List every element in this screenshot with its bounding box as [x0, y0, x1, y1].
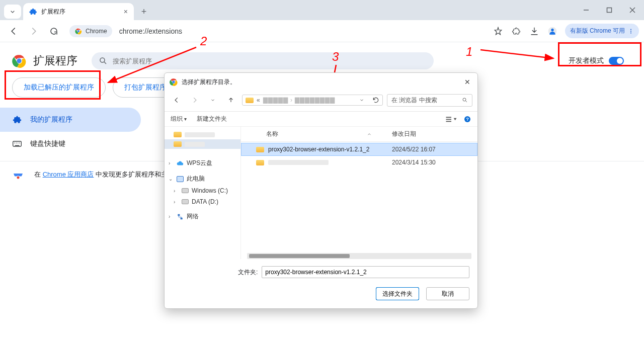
tab-title: 扩展程序: [41, 8, 120, 16]
tab-dropdown[interactable]: [4, 5, 21, 19]
col-date[interactable]: 修改日期: [392, 130, 472, 138]
dialog-search-box[interactable]: 在 浏览器 中搜索: [387, 94, 472, 107]
tree-item[interactable]: [165, 130, 240, 139]
webstore-prefix: 在: [34, 171, 43, 178]
window-close[interactable]: [621, 0, 644, 20]
sort-indicator-icon: [367, 132, 372, 137]
newfolder-button[interactable]: 新建文件夹: [197, 115, 227, 123]
side-list: 我的扩展程序 键盘快捷键: [0, 103, 141, 161]
tree-item-wps[interactable]: ›WPS云盘: [165, 157, 240, 169]
update-label: 有新版 Chrome 可用: [570, 27, 625, 35]
svg-line-14: [104, 62, 106, 64]
file-list: 名称 修改日期 proxy302-browser-extension-v1.2.…: [241, 127, 477, 259]
view-mode-icon[interactable]: [445, 116, 457, 123]
search-input[interactable]: [113, 57, 427, 65]
dialog-search-placeholder: 在 浏览器 中搜索: [391, 96, 437, 105]
folder-label: 文件夹:: [238, 268, 258, 277]
tab-close-icon[interactable]: ×: [124, 8, 128, 16]
list-row-selected[interactable]: proxy302-browser-extension-v1.2.1_2 2024…: [241, 143, 477, 156]
update-chip[interactable]: 有新版 Chrome 可用: [565, 24, 639, 38]
profile-icon[interactable]: [544, 23, 561, 40]
svg-point-8: [630, 29, 631, 30]
extensions-icon[interactable]: [508, 23, 525, 40]
svg-rect-29: [446, 119, 452, 120]
chevron-down-icon[interactable]: [359, 98, 364, 103]
dialog-bottom: 文件夹: 选择文件夹 取消: [165, 259, 477, 308]
refresh-icon[interactable]: [372, 97, 379, 104]
dialog-path-bar[interactable]: « ▇▇▇▇▇ › ▇▇▇▇▇▇▇▇: [242, 95, 383, 106]
window-minimize[interactable]: [575, 0, 598, 20]
svg-point-26: [463, 98, 466, 101]
sidebar-item-shortcuts[interactable]: 键盘快捷键: [0, 132, 141, 156]
chrome-logo-icon: [12, 54, 26, 68]
dialog-history-button[interactable]: [206, 93, 220, 107]
svg-point-19: [18, 143, 19, 144]
folder-name-row: 文件夹:: [173, 266, 469, 278]
list-header[interactable]: 名称 修改日期: [241, 127, 477, 142]
svg-rect-1: [607, 8, 612, 13]
page-header: 扩展程序 开发者模式: [0, 42, 644, 72]
tree-item-windows[interactable]: ›Windows (C:): [165, 185, 240, 196]
browser-titlebar: 扩展程序 × +: [0, 0, 644, 20]
svg-rect-28: [446, 117, 452, 118]
row-name: proxy302-browser-extension-v1.2.1_2: [268, 146, 369, 153]
dialog-nav-toolbar: « ▇▇▇▇▇ › ▇▇▇▇▇▇▇▇ 在 浏览器 中搜索: [165, 91, 477, 112]
search-box[interactable]: [92, 52, 434, 69]
reload-button[interactable]: [45, 23, 62, 40]
tree-item-network[interactable]: ›网络: [165, 210, 240, 223]
bookmark-icon[interactable]: [490, 23, 507, 40]
window-maximize[interactable]: [598, 0, 621, 20]
tree-item-thispc[interactable]: ⌄此电脑: [165, 173, 240, 185]
back-button[interactable]: [5, 23, 22, 40]
dialog-back-button[interactable]: [170, 93, 184, 107]
col-name[interactable]: 名称: [246, 130, 367, 138]
webstore-link[interactable]: Chrome 应用商店: [43, 171, 94, 178]
list-row[interactable]: 2024/3/14 15:30: [241, 156, 477, 169]
tree-item[interactable]: [165, 139, 240, 149]
cancel-button[interactable]: 取消: [426, 287, 469, 300]
folder-picker-dialog: 选择扩展程序目录。 ✕ « ▇▇▇▇▇ › ▇▇▇▇▇▇▇▇ 在 浏览器 中搜索…: [164, 72, 478, 309]
horizontal-scrollbar[interactable]: [247, 253, 471, 259]
load-unpacked-button[interactable]: 加载已解压的扩展程序: [12, 77, 106, 98]
organize-menu[interactable]: 组织 ▾: [171, 115, 187, 123]
select-folder-button[interactable]: 选择文件夹: [376, 287, 419, 300]
address-bar[interactable]: Chrome chrome://extensions: [69, 25, 482, 37]
svg-point-5: [77, 30, 79, 32]
page-title: 扩展程序: [33, 53, 77, 68]
dialog-forward-button[interactable]: [188, 93, 202, 107]
svg-point-13: [100, 58, 105, 62]
folder-name-input[interactable]: [262, 266, 469, 278]
svg-point-20: [19, 143, 20, 144]
webstore-icon: [12, 169, 24, 182]
dialog-up-button[interactable]: [224, 93, 238, 107]
browser-toolbar: Chrome chrome://extensions 有新版 Chrome 可用: [0, 20, 644, 42]
tree-item-data[interactable]: ›DATA (D:): [165, 196, 240, 207]
help-icon[interactable]: ?: [463, 115, 471, 123]
my-extensions-label: 我的扩展程序: [30, 115, 72, 124]
list-rows: proxy302-browser-extension-v1.2.1_2 2024…: [241, 142, 477, 169]
search-icon: [99, 56, 108, 65]
svg-point-23: [17, 177, 20, 179]
browser-tab[interactable]: 扩展程序 ×: [23, 3, 134, 20]
folder-tree[interactable]: ›WPS云盘 ⌄此电脑 ›Windows (C:) ›DATA (D:) ›网络: [165, 127, 241, 259]
svg-point-10: [630, 32, 631, 33]
svg-rect-33: [178, 214, 180, 216]
forward-button[interactable]: [25, 23, 42, 40]
chrome-logo-icon: [170, 78, 178, 86]
developer-mode-label: 开发者模式: [569, 56, 604, 65]
developer-mode-toggle[interactable]: [609, 57, 624, 65]
kebab-icon: [628, 28, 634, 35]
downloads-icon[interactable]: [526, 23, 543, 40]
window-controls: [575, 0, 644, 20]
webstore-suffix: 中发现更多扩展程序和主题: [94, 171, 174, 178]
folder-icon: [256, 160, 264, 165]
dialog-close-button[interactable]: ✕: [462, 77, 472, 87]
dialog-body: ›WPS云盘 ⌄此电脑 ›Windows (C:) ›DATA (D:) ›网络…: [165, 127, 477, 259]
svg-line-27: [466, 101, 467, 103]
site-chip[interactable]: Chrome: [69, 25, 112, 37]
row-date: 2024/3/14 15:30: [392, 159, 472, 166]
sidebar-item-my-extensions[interactable]: 我的扩展程序: [0, 108, 141, 132]
chevron-down-icon: [9, 8, 17, 16]
network-icon: [177, 213, 184, 220]
new-tab-button[interactable]: +: [137, 5, 151, 19]
